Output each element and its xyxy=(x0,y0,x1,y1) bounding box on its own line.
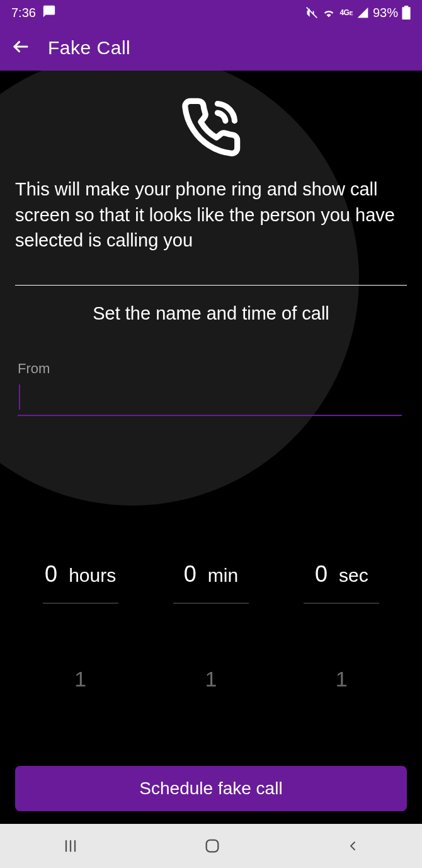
svg-rect-1 xyxy=(404,6,409,8)
system-nav-bar xyxy=(0,824,422,868)
hours-underline xyxy=(43,603,118,604)
sec-unit: sec xyxy=(339,565,368,586)
hours-unit: hours xyxy=(69,565,116,586)
vibrate-icon xyxy=(305,6,318,19)
divider xyxy=(15,285,407,286)
sec-picker[interactable]: 0 sec 1 xyxy=(285,561,398,692)
subtitle-text: Set the name and time of call xyxy=(15,303,407,324)
svg-rect-0 xyxy=(402,7,410,20)
from-input-wrap[interactable] xyxy=(18,381,402,416)
hours-next: 1 xyxy=(74,667,86,692)
battery-pct: 93% xyxy=(373,6,398,20)
back-nav-icon[interactable] xyxy=(345,838,360,854)
status-time: 7:36 xyxy=(11,6,36,20)
sec-next: 1 xyxy=(336,667,348,692)
content-area: This will make your phone ring and show … xyxy=(0,71,422,824)
back-icon[interactable] xyxy=(11,37,30,59)
signal-icon xyxy=(356,6,369,19)
status-bar: 7:36 4GE 93% xyxy=(0,0,422,25)
wifi-icon xyxy=(322,6,336,20)
battery-icon xyxy=(402,6,411,20)
recents-icon[interactable] xyxy=(62,837,79,855)
from-label: From xyxy=(18,361,407,377)
min-value: 0 xyxy=(184,561,197,587)
min-unit: min xyxy=(208,565,238,586)
message-icon xyxy=(42,4,56,21)
schedule-button[interactable]: Schedule fake call xyxy=(15,766,407,811)
sec-underline xyxy=(304,603,379,604)
hours-picker[interactable]: 0 hours 1 xyxy=(24,561,137,692)
network-type: 4GE xyxy=(339,8,353,17)
page-title: Fake Call xyxy=(48,37,130,59)
min-next: 1 xyxy=(205,667,217,692)
app-bar: Fake Call xyxy=(0,25,422,71)
hours-value: 0 xyxy=(45,561,57,587)
from-input[interactable] xyxy=(18,381,402,415)
phone-icon xyxy=(15,96,407,159)
description-text: This will make your phone ring and show … xyxy=(15,176,407,253)
text-cursor xyxy=(19,385,20,410)
home-icon[interactable] xyxy=(203,837,221,855)
min-underline xyxy=(173,603,249,604)
svg-rect-6 xyxy=(207,840,219,852)
min-picker[interactable]: 0 min 1 xyxy=(154,561,268,692)
time-picker: 0 hours 1 0 min 1 0 sec 1 xyxy=(15,561,407,692)
sec-value: 0 xyxy=(315,561,328,587)
